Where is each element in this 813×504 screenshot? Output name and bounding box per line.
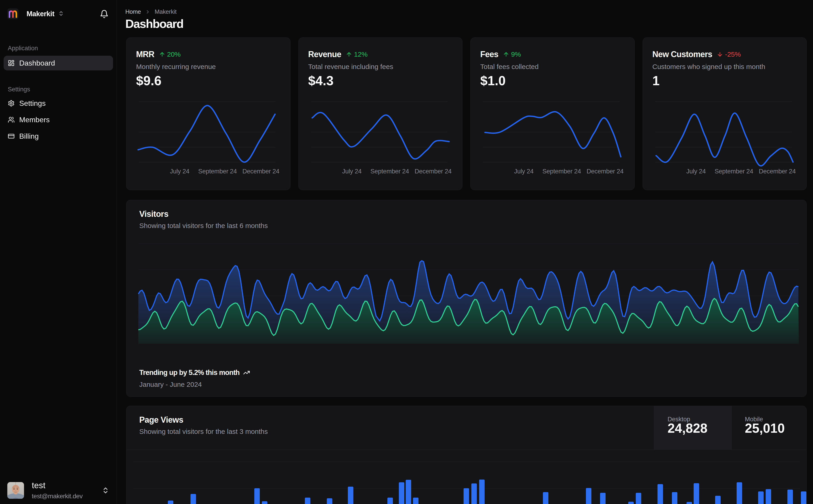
svg-text:July 24: July 24 (514, 168, 533, 175)
svg-text:December 24: December 24 (243, 168, 279, 175)
svg-text:September 24: September 24 (715, 168, 753, 175)
svg-text:July 24: July 24 (686, 168, 706, 175)
svg-text:December 24: December 24 (415, 168, 451, 175)
svg-text:September 24: September 24 (198, 168, 237, 175)
svg-text:September 24: September 24 (370, 168, 409, 175)
svg-text:September 24: September 24 (542, 168, 581, 175)
svg-text:December 24: December 24 (586, 168, 624, 175)
svg-text:July 24: July 24 (342, 168, 362, 175)
svg-text:December 24: December 24 (759, 168, 796, 175)
svg-text:July 24: July 24 (170, 168, 189, 175)
